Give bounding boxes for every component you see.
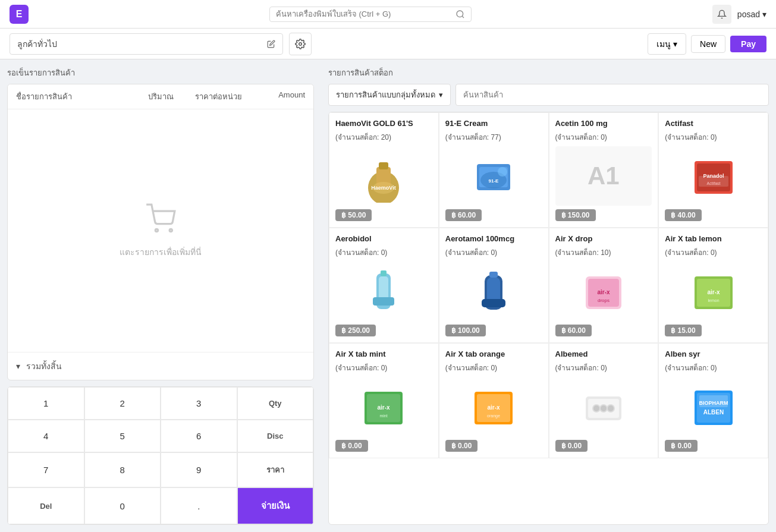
svg-text:BIOPHARM: BIOPHARM (699, 400, 728, 406)
new-button[interactable]: New (691, 35, 725, 53)
svg-text:Panadol: Panadol (703, 173, 724, 179)
product-stock: (จำนวนสต็อก: 20) (335, 131, 432, 143)
product-card[interactable]: Acetin 100 mg(จำนวนสต็อก: 0)A1฿ 150.00 (549, 112, 659, 228)
svg-point-50 (601, 405, 607, 411)
search-button[interactable] (455, 10, 465, 19)
svg-rect-26 (482, 299, 505, 307)
sub-header: ลูกค้าทั่วไป เมนู ▾ New Pay (0, 29, 776, 59)
edit-customer-button[interactable] (267, 40, 275, 48)
product-price-badge: ฿ 60.00 (445, 209, 482, 221)
numpad-btn-7[interactable]: 7 (8, 452, 84, 487)
global-search-input[interactable] (276, 10, 455, 18)
numpad-btn-3[interactable]: 3 (161, 387, 237, 420)
product-price-badge: ฿ 0.00 (555, 440, 588, 452)
settings-button[interactable] (289, 33, 312, 55)
customer-select[interactable]: ลูกค้าทั่วไป (10, 33, 283, 55)
user-info[interactable]: posad ▾ (737, 10, 766, 19)
product-price-badge: ฿ 250.00 (335, 325, 376, 336)
product-card[interactable]: Aerotamol 100mcg(จำนวนสต็อก: 0)฿ 100.00 (439, 228, 549, 343)
numpad-btn-qty[interactable]: Qty (237, 387, 314, 420)
header-actions: เมนู ▾ New Pay (648, 33, 766, 55)
col-name-header: ชื่อรายการสินค้า (16, 90, 131, 103)
numpad-btn-6[interactable]: 6 (161, 420, 237, 452)
svg-rect-7 (379, 162, 388, 169)
product-card[interactable]: Albemed(จำนวนสต็อก: 0)฿ 0.00 (549, 343, 659, 458)
left-panel-title: รอเข็นรายการสินค้า (7, 67, 314, 79)
product-stock: (จำนวนสต็อก: 0) (445, 362, 542, 373)
numpad-btn-5[interactable]: 5 (84, 420, 161, 452)
cart-icon (145, 203, 176, 241)
svg-rect-21 (379, 276, 388, 300)
top-header: E posad ▾ (0, 0, 776, 29)
product-stock: (จำนวนสต็อก: 10) (555, 247, 652, 258)
product-card[interactable]: HaemoVit GOLD 61'S(จำนวนสต็อก: 20)HaemoV… (329, 112, 439, 228)
product-card[interactable]: Air X drop(จำนวนสต็อก: 10)air-xdrops฿ 60… (549, 228, 659, 343)
customer-label: ลูกค้าทั่วไป (17, 37, 262, 51)
product-controls: รายการสินค้าแบบกลุ่มทั้งหมด ▾ (328, 84, 769, 106)
product-card[interactable]: Air X tab mint(จำนวนสต็อก: 0)air-xmint฿ … (329, 343, 439, 458)
right-panel-title: รายการสินค้าสต็อก (328, 67, 769, 79)
product-card[interactable]: Aerobidol(จำนวนสต็อก: 0)฿ 250.00 (329, 228, 439, 343)
svg-text:air-x: air-x (378, 404, 391, 411)
svg-point-51 (608, 405, 614, 411)
notification-button[interactable] (712, 5, 731, 24)
product-image-area: 91-E (445, 146, 542, 206)
product-card[interactable]: Air X tab lemon(จำนวนสต็อก: 0)air-xlemon… (658, 228, 768, 343)
product-stock: (จำนวนสต็อก: 0) (665, 131, 762, 143)
product-search-input[interactable] (455, 84, 769, 106)
numpad-btn-ราคา[interactable]: ราคา (237, 452, 314, 487)
product-price-badge: ฿ 40.00 (665, 209, 701, 221)
svg-line-1 (462, 16, 464, 18)
header-right: posad ▾ (712, 5, 766, 24)
product-card[interactable]: 91-E Cream(จำนวนสต็อก: 77)91-E฿ 60.00 (439, 112, 549, 228)
svg-point-3 (155, 229, 158, 231)
numpad-btn-1[interactable]: 1 (8, 387, 84, 420)
product-name: Air X tab orange (445, 350, 542, 358)
svg-text:HaemoVit: HaemoVit (372, 185, 396, 191)
empty-cart: แตะรายการเพื่อเพิ่มที่นี่ (8, 109, 313, 352)
svg-text:air-x: air-x (488, 404, 501, 411)
svg-point-4 (169, 229, 172, 231)
product-price-badge: ฿ 0.00 (665, 440, 698, 452)
product-image-area: air-xlemon (665, 262, 762, 321)
numpad-btn-.[interactable]: . (161, 487, 237, 524)
svg-text:drops: drops (598, 298, 610, 303)
product-name: 91-E Cream (445, 119, 542, 128)
menu-button[interactable]: เมนู ▾ (648, 33, 686, 55)
numpad-btn-8[interactable]: 8 (84, 452, 161, 487)
product-name: Acetin 100 mg (555, 119, 652, 128)
product-price-badge: ฿ 100.00 (445, 325, 486, 336)
product-price-badge: ฿ 50.00 (335, 209, 372, 221)
order-table: ชื่อรายการสินค้า ปริมาณ ราคาต่อหน่วย Amo… (7, 84, 314, 380)
product-image-area (335, 262, 432, 321)
product-card[interactable]: Air X tab orange(จำนวนสต็อก: 0)air-xoran… (439, 343, 549, 458)
svg-text:lemon: lemon (708, 298, 719, 303)
expand-icon[interactable]: ▾ (16, 361, 20, 371)
product-name: Actifast (665, 119, 762, 128)
product-image-area (555, 377, 652, 436)
empty-cart-text: แตะรายการเพื่อเพิ่มที่นี่ (120, 245, 202, 259)
product-card[interactable]: Actifast(จำนวนสต็อก: 0)PanadolActifast฿ … (658, 112, 768, 228)
category-dropdown[interactable]: รายการสินค้าแบบกลุ่มทั้งหมด ▾ (328, 84, 451, 106)
total-label: รวมทั้งสิ้น (26, 360, 62, 373)
numpad: 123Qty456Disc789ราคาDel0.จ่ายเงิน (7, 386, 314, 525)
product-card[interactable]: Alben syr(จำนวนสต็อก: 0)BIOPHARMALBEN฿ 0… (658, 343, 768, 458)
svg-text:91-E: 91-E (489, 178, 499, 184)
product-grid-wrapper: HaemoVit GOLD 61'S(จำนวนสต็อก: 20)HaemoV… (328, 112, 769, 525)
product-image-area: HaemoVit (335, 146, 432, 206)
pay-button[interactable]: Pay (730, 36, 766, 52)
numpad-btn-9[interactable]: 9 (161, 452, 237, 487)
numpad-btn-จ่ายเงิน[interactable]: จ่ายเงิน (237, 487, 314, 524)
product-name: Air X tab mint (335, 350, 432, 358)
order-footer: ▾ รวมทั้งสิ้น (8, 352, 313, 380)
numpad-btn-2[interactable]: 2 (84, 387, 161, 420)
product-name: HaemoVit GOLD 61'S (335, 119, 432, 128)
numpad-btn-disc[interactable]: Disc (237, 420, 314, 452)
numpad-btn-0[interactable]: 0 (84, 487, 161, 524)
order-table-header: ชื่อรายการสินค้า ปริมาณ ราคาต่อหน่วย Amo… (8, 84, 313, 109)
product-price-badge: ฿ 60.00 (555, 325, 592, 336)
product-name: Air X tab lemon (665, 234, 762, 243)
numpad-btn-del[interactable]: Del (8, 487, 84, 524)
product-stock: (จำนวนสต็อก: 0) (445, 247, 542, 258)
numpad-btn-4[interactable]: 4 (8, 420, 84, 452)
